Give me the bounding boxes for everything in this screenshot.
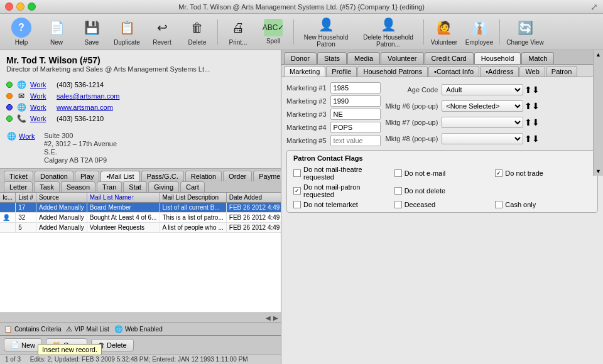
tab-credit-card[interactable]: Credit Card: [425, 52, 474, 64]
flag-no-trade-checkbox[interactable]: [495, 169, 503, 177]
tab-letter[interactable]: Letter: [4, 181, 33, 192]
mkt6-arrow[interactable]: ⬆⬇: [524, 101, 540, 111]
mkt1-input[interactable]: [330, 82, 381, 94]
new-record-button[interactable]: 📄 New: [4, 338, 42, 351]
change-view-button[interactable]: 🔄 Change View: [504, 16, 546, 48]
tab-stat[interactable]: Stat: [123, 181, 147, 192]
tab-media[interactable]: Media: [347, 52, 380, 64]
mkt5-input[interactable]: [330, 135, 381, 146]
contact-website[interactable]: www.artsman.com: [57, 104, 113, 111]
tab-match[interactable]: Match: [521, 52, 554, 64]
tab-stats[interactable]: Stats: [317, 52, 347, 64]
revert-button[interactable]: ↩ Revert: [146, 16, 178, 48]
address-work-label[interactable]: Work: [19, 132, 41, 140]
tab-web[interactable]: Web: [519, 66, 545, 77]
table-row[interactable]: 5 Added Manually Volunteer Requests A li…: [0, 223, 281, 233]
save-button[interactable]: 💾 Save: [75, 16, 108, 48]
tab-ticket[interactable]: Ticket: [4, 171, 33, 181]
help-button[interactable]: ? Help: [5, 16, 38, 48]
tab-mail-list[interactable]: •Mail List: [100, 171, 139, 181]
tab-household[interactable]: Household: [474, 52, 521, 64]
scroll-up-icon[interactable]: ▲: [594, 50, 603, 59]
print-button[interactable]: 🖨 Print...: [222, 16, 254, 48]
contact-label[interactable]: Work: [30, 115, 53, 122]
age-code-arrow[interactable]: ⬆⬇: [524, 85, 540, 95]
tab-order[interactable]: Order: [223, 171, 252, 181]
h-scroll-bar[interactable]: ◀ ▶: [0, 313, 281, 323]
contact-label[interactable]: Work: [30, 81, 53, 88]
tab-marketing[interactable]: Marketing: [284, 66, 325, 77]
flag-no-mail-theatre-checkbox[interactable]: [293, 169, 301, 177]
maximize-button[interactable]: [28, 3, 36, 11]
tab-contact-info[interactable]: •Contact Info: [428, 66, 479, 77]
minimize-button[interactable]: [16, 3, 24, 11]
mkt2-input[interactable]: [330, 95, 381, 107]
tab-payment[interactable]: Payment: [253, 171, 281, 181]
scroll-down-icon[interactable]: ▼: [594, 167, 603, 176]
tab-tran[interactable]: Tran: [97, 181, 122, 192]
legend-web: 🌐 Web Enabled: [114, 325, 163, 333]
tab-season[interactable]: Season: [61, 181, 95, 192]
volunteer-button[interactable]: 🙋 Volunteer: [428, 16, 460, 48]
age-code-label: Age Code: [386, 86, 438, 94]
mkt7-arrow[interactable]: ⬆⬇: [524, 117, 540, 127]
flag-no-email: Do not e-mail: [394, 166, 491, 181]
tab-cart[interactable]: Cart: [180, 181, 205, 192]
flag-no-email-checkbox[interactable]: [394, 169, 402, 177]
scroll-right-icon[interactable]: ▶: [273, 314, 278, 321]
tab-donor[interactable]: Donor: [284, 52, 317, 64]
tab-pass-gc[interactable]: Pass/G.C.: [141, 171, 184, 181]
contact-label[interactable]: Work: [30, 92, 53, 100]
tab-address[interactable]: •Address: [480, 66, 519, 77]
patron-header: Mr. Tod T. Wilson (#57) Director of Mark…: [0, 50, 281, 75]
col-source[interactable]: Source: [36, 193, 87, 203]
scroll-left-icon[interactable]: ◀: [266, 314, 271, 321]
close-button[interactable]: [5, 3, 13, 11]
flag-no-mail-patron-checkbox[interactable]: [293, 187, 301, 195]
cell-mail-list-name: Board Member: [87, 203, 160, 213]
flag-no-telemarket: Do not telemarket: [293, 201, 389, 208]
duplicate-button[interactable]: 📋 Duplicate: [111, 16, 143, 48]
flag-no-delete-checkbox[interactable]: [394, 187, 402, 195]
new-household-patron-button[interactable]: 👤 New Household Patron: [298, 16, 354, 48]
flag-deceased-checkbox[interactable]: [394, 201, 402, 208]
mail-list-table-container[interactable]: Ic... List # Source Mail List Name↑ Mail…: [0, 192, 281, 313]
tab-giving[interactable]: Giving: [148, 181, 179, 192]
col-mail-list-name[interactable]: Mail List Name↑: [87, 193, 160, 203]
mkt8-arrow[interactable]: ⬆⬇: [524, 134, 540, 144]
col-ic[interactable]: Ic...: [0, 193, 16, 203]
col-list-no[interactable]: List #: [16, 193, 36, 203]
tab-household-patrons[interactable]: Household Patrons: [357, 66, 428, 77]
flag-no-telemarket-checkbox[interactable]: [293, 201, 301, 208]
tab-task[interactable]: Task: [34, 181, 60, 192]
table-row[interactable]: 17 Added Manually Board Member List of a…: [0, 203, 281, 213]
window-controls[interactable]: [5, 3, 36, 11]
col-date-added[interactable]: Date Added: [226, 193, 281, 203]
delete-household-patron-button[interactable]: 👤 Delete Household Patron...: [357, 16, 420, 48]
contact-email[interactable]: sales@artsman.com: [57, 92, 119, 100]
tab-profile[interactable]: Profile: [326, 66, 357, 77]
tab-patron[interactable]: Patron: [546, 66, 577, 77]
tab-donation[interactable]: Donation: [35, 171, 73, 181]
delete-button[interactable]: 🗑 Delete: [181, 16, 214, 48]
contact-label[interactable]: Work: [30, 104, 53, 111]
tab-play[interactable]: Play: [75, 171, 99, 181]
col-description[interactable]: Mail List Description: [160, 193, 226, 203]
mkt6-select[interactable]: <None Selected>: [442, 100, 523, 112]
right-scroll[interactable]: ▲ ▼: [593, 50, 603, 176]
new-button[interactable]: 📄 New: [40, 16, 73, 48]
title-bar: Mr. Tod T. Wilson @ Arts Management Syst…: [0, 0, 603, 14]
tab-relation[interactable]: Relation: [185, 171, 222, 181]
tab-volunteer[interactable]: Volunteer: [381, 52, 423, 64]
employee-button[interactable]: 👔 Employee: [463, 16, 496, 48]
age-code-select[interactable]: Adult: [442, 84, 523, 95]
spell-button[interactable]: ABC✓ Spell: [257, 16, 290, 48]
flag-cash-only-checkbox[interactable]: [495, 201, 503, 208]
mkt8-select[interactable]: [442, 133, 523, 144]
mkt4-input[interactable]: [330, 122, 381, 133]
mkt3-input[interactable]: [330, 109, 381, 120]
address-line-1: Suite 300: [44, 132, 117, 139]
expand-icon[interactable]: ⤢: [590, 2, 598, 12]
table-row[interactable]: 👤 32 Added Manually Bought At Least 4 of…: [0, 213, 281, 223]
mkt7-select[interactable]: [442, 117, 523, 128]
